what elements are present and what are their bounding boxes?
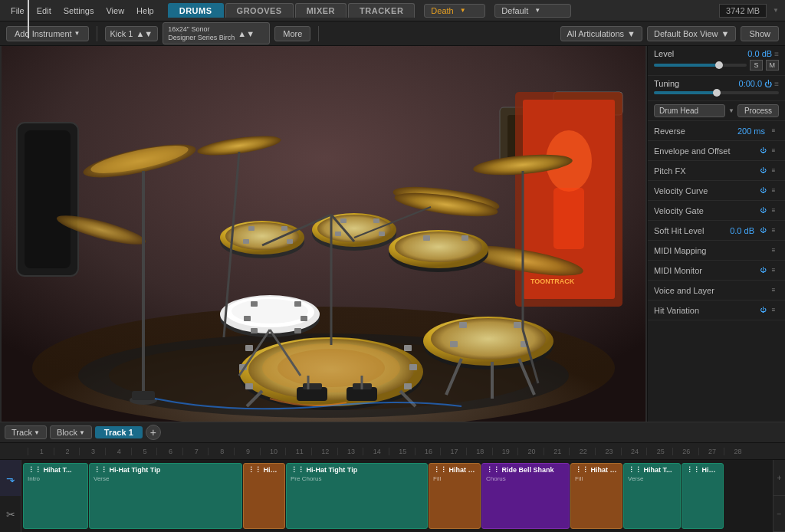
voice-layer-menu-icon[interactable]: ≡ bbox=[768, 285, 779, 296]
level-menu-icon[interactable]: ≡ bbox=[774, 50, 779, 58]
pitch-fx-label: Pitch FX bbox=[654, 166, 757, 176]
tuning-power-icon[interactable]: ⏻ bbox=[764, 80, 772, 88]
add-track-button[interactable]: + bbox=[146, 425, 161, 440]
mem-dropdown-arrow[interactable]: ▼ bbox=[773, 7, 779, 14]
svg-rect-40 bbox=[461, 235, 468, 241]
velocity-gate-menu-icon[interactable]: ≡ bbox=[768, 205, 779, 216]
block-intro-label: Intro bbox=[28, 475, 84, 482]
reverse-row: Reverse 200 ms ≡ bbox=[648, 121, 785, 141]
velocity-curve-row: Velocity Curve ⏻ ≡ bbox=[648, 181, 785, 201]
track-button[interactable]: Track ▼ bbox=[5, 425, 47, 439]
block-end[interactable]: ⋮⋮ Hihat T... bbox=[682, 463, 724, 529]
tnum-17: 17 bbox=[440, 448, 466, 455]
midi-monitor-menu-icon[interactable]: ≡ bbox=[768, 265, 779, 276]
default-preset-selector[interactable]: Default ▼ bbox=[494, 4, 571, 18]
kit-preset-selector[interactable]: Death ▼ bbox=[424, 4, 485, 18]
block-fill2-label: Fill bbox=[433, 475, 476, 482]
tab-tracker[interactable]: TRACKER bbox=[348, 3, 415, 18]
snare-selector[interactable]: 16x24" SonorDesigner Series Birch ▲▼ bbox=[163, 22, 270, 45]
block-verse2[interactable]: ⋮⋮ Hihat T... Verse bbox=[623, 463, 681, 529]
process-button[interactable]: Process bbox=[737, 104, 779, 117]
tnum-9: 9 bbox=[234, 448, 260, 455]
drum-kit-area[interactable]: TOONTRACK bbox=[0, 46, 647, 422]
tnum-15: 15 bbox=[389, 448, 415, 455]
mute-button[interactable]: M bbox=[766, 60, 780, 71]
soft-hit-menu-icon[interactable]: ≡ bbox=[768, 225, 779, 236]
pitch-fx-menu-icon[interactable]: ≡ bbox=[768, 166, 779, 176]
add-instrument-button[interactable]: Add Instrument ▼ bbox=[6, 26, 89, 41]
arrow-tool[interactable]: ⬎ bbox=[0, 460, 21, 496]
velocity-curve-power-icon[interactable]: ⏻ bbox=[757, 186, 768, 196]
velocity-curve-menu-icon[interactable]: ≡ bbox=[768, 186, 779, 196]
pitch-fx-row: Pitch FX ⏻ ≡ bbox=[648, 161, 785, 181]
block-arrow: ▼ bbox=[79, 429, 85, 436]
hit-variation-label: Hit Variation bbox=[654, 306, 757, 315]
block-prechorus[interactable]: ⋮⋮ Hi-Hat Tight Tip Pre Chorus bbox=[286, 463, 428, 529]
menu-settings[interactable]: Settings bbox=[59, 5, 99, 17]
show-button[interactable]: Show bbox=[741, 26, 779, 41]
block-fill3[interactable]: ⋮⋮ Hihat T... Fill bbox=[570, 463, 622, 529]
tuning-menu-icon[interactable]: ≡ bbox=[774, 80, 779, 88]
soft-hit-value: 0.0 dB bbox=[730, 226, 754, 235]
midi-monitor-power-icon[interactable]: ⏻ bbox=[757, 265, 768, 276]
timeline: 1 2 3 4 5 6 7 8 9 10 11 12 13 14 15 16 1… bbox=[0, 443, 785, 460]
articulations-selector[interactable]: All Articulations ▼ bbox=[560, 26, 642, 41]
tracks-area: ⬎ ✂ ⋮⋮ Hihat T... Intro ⋮⋮ Hi-Hat Tight … bbox=[0, 460, 785, 532]
svg-rect-10 bbox=[553, 188, 584, 249]
pitch-fx-power-icon[interactable]: ⏻ bbox=[757, 166, 768, 176]
box-view-selector[interactable]: Default Box View ▼ bbox=[647, 26, 736, 41]
envelope-menu-icon[interactable]: ≡ bbox=[768, 146, 779, 156]
envelope-row: Envelope and Offset ⏻ ≡ bbox=[648, 141, 785, 161]
level-slider[interactable] bbox=[654, 64, 747, 67]
drum-head-row: Drum Head ▼ Process bbox=[648, 101, 785, 121]
soft-hit-power-icon[interactable]: ⏻ bbox=[757, 225, 768, 236]
kick-selector[interactable]: Kick 1 ▲▼ bbox=[105, 26, 159, 41]
drum-head-selector[interactable]: Drum Head bbox=[654, 104, 725, 117]
more-button[interactable]: More bbox=[274, 26, 310, 41]
svg-rect-59 bbox=[409, 364, 417, 370]
menu-view[interactable]: View bbox=[101, 5, 129, 17]
block-fill2[interactable]: ⋮⋮ Hihat T... Fill bbox=[429, 463, 481, 529]
right-panel: Level 0.0 dB ≡ S M Tuning 0:00.0 bbox=[647, 46, 785, 422]
tuning-row: Tuning 0:00.0 ⏻ ≡ bbox=[648, 76, 785, 101]
zoom-out-button[interactable]: − bbox=[774, 496, 785, 532]
zoom-in-button[interactable]: + bbox=[774, 460, 785, 496]
reverse-label: Reverse bbox=[654, 126, 737, 136]
tnum-11: 11 bbox=[285, 448, 311, 455]
menu-edit[interactable]: Edit bbox=[32, 5, 56, 17]
hit-variation-menu-icon[interactable]: ≡ bbox=[768, 305, 779, 316]
midi-mapping-row: MIDI Mapping ≡ bbox=[648, 241, 785, 261]
block-fill1[interactable]: ⋮⋮ Hihat T... bbox=[243, 463, 285, 529]
tnum-14: 14 bbox=[363, 448, 389, 455]
block-verse2-label: Verse bbox=[628, 475, 676, 482]
scissors-tool[interactable]: ✂ bbox=[0, 496, 21, 532]
tuning-slider[interactable] bbox=[654, 91, 779, 94]
envelope-power-icon[interactable]: ⏻ bbox=[757, 146, 768, 156]
hit-variation-power-icon[interactable]: ⏻ bbox=[757, 305, 768, 316]
tab-grooves[interactable]: GROOVES bbox=[225, 3, 294, 18]
solo-button[interactable]: S bbox=[750, 60, 762, 71]
block-verse-title: ⋮⋮ Hi-Hat Tight Tip bbox=[94, 466, 238, 474]
svg-rect-39 bbox=[423, 235, 430, 241]
tool-icons: ⬎ ✂ bbox=[0, 460, 21, 532]
block-intro-title: ⋮⋮ Hihat T... bbox=[28, 466, 84, 474]
tnum-18: 18 bbox=[466, 448, 492, 455]
tnum-1: 1 bbox=[28, 448, 54, 455]
menu-help[interactable]: Help bbox=[132, 5, 159, 17]
reverse-menu-icon[interactable]: ≡ bbox=[768, 126, 779, 136]
level-label-row: Level 0.0 dB ≡ bbox=[654, 49, 779, 58]
svg-rect-76 bbox=[303, 383, 322, 389]
menu-file[interactable]: File bbox=[6, 5, 29, 17]
block-intro[interactable]: ⋮⋮ Hihat T... Intro bbox=[23, 463, 88, 529]
block-verse[interactable]: ⋮⋮ Hi-Hat Tight Tip Verse bbox=[89, 463, 242, 529]
block-button[interactable]: Block ▼ bbox=[50, 425, 92, 439]
tab-mixer[interactable]: MIXER bbox=[295, 3, 347, 18]
drum-head-arrow[interactable]: ▼ bbox=[728, 107, 734, 114]
midi-mapping-menu-icon[interactable]: ≡ bbox=[768, 245, 779, 256]
svg-point-38 bbox=[395, 232, 482, 262]
svg-rect-45 bbox=[251, 301, 258, 307]
tab-drums[interactable]: DRUMS bbox=[168, 3, 224, 18]
block-chorus[interactable]: ⋮⋮ Ride Bell Shank Chorus bbox=[481, 463, 570, 529]
soft-hit-row: Soft Hit Level 0.0 dB ⏻ ≡ bbox=[648, 221, 785, 241]
velocity-gate-power-icon[interactable]: ⏻ bbox=[757, 205, 768, 216]
